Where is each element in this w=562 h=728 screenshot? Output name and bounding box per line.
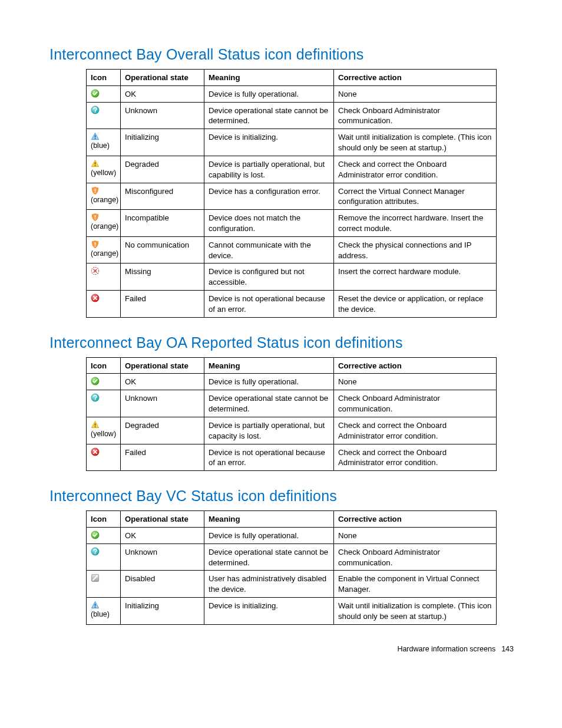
cell-action: Correct the Virtual Connect Manager conf… — [334, 183, 497, 210]
icon-cell — [87, 291, 121, 318]
cell-meaning: Cannot communicate with the device. — [204, 236, 334, 263]
table-row: (yellow)DegradedDevice is partially oper… — [87, 156, 497, 183]
icon-cell: (yellow) — [87, 156, 121, 183]
cell-meaning: Device is initializing. — [204, 129, 334, 156]
icon-cell — [87, 85, 121, 102]
cell-meaning: Device is fully operational. — [204, 85, 334, 102]
cell-meaning: Device has a configuration error. — [204, 183, 334, 210]
icon-color-note: (blue) — [91, 141, 117, 151]
cell-action: Check Onboard Administrator communicatio… — [334, 102, 497, 129]
warn-yellow-icon — [91, 159, 117, 168]
unknown-icon — [91, 547, 117, 556]
cell-action: Check the physical connections and IP ad… — [334, 236, 497, 263]
oa-status-table: Icon Operational state Meaning Correctiv… — [86, 357, 497, 472]
table-row: UnknownDevice operational state cannot b… — [87, 390, 497, 417]
cell-meaning: Device does not match the configuration. — [204, 210, 334, 237]
col-state: Operational state — [121, 511, 204, 528]
icon-color-note: (yellow) — [91, 168, 117, 178]
overall-status-table: Icon Operational state Meaning Correctiv… — [86, 69, 497, 318]
icon-cell: (yellow) — [87, 417, 121, 444]
table-row: (blue)InitializingDevice is initializing… — [87, 129, 497, 156]
cell-meaning: Device is not operational because of an … — [204, 291, 334, 318]
failed-icon — [91, 447, 117, 456]
cell-action: Remove the incorrect hardware. Insert th… — [334, 210, 497, 237]
cell-meaning: Device is not operational because of an … — [204, 444, 334, 471]
icon-cell — [87, 390, 121, 417]
col-action: Corrective action — [334, 70, 497, 86]
cell-meaning: Device operational state cannot be deter… — [204, 102, 334, 129]
table-row: UnknownDevice operational state cannot b… — [87, 102, 497, 129]
cell-state: Unknown — [121, 102, 204, 129]
cell-action: Check and correct the Onboard Administra… — [334, 156, 497, 183]
table-row: (orange)No communicationCannot communica… — [87, 236, 497, 263]
warn-blue-icon — [91, 601, 117, 610]
cell-action: Insert the correct hardware module. — [334, 263, 497, 291]
cell-action: None — [334, 527, 497, 543]
section-heading: Interconnect Bay Overall Status icon def… — [49, 46, 515, 63]
failed-icon — [91, 294, 117, 302]
cell-action: Wait until initialization is complete. (… — [334, 598, 497, 625]
icon-cell — [87, 527, 121, 543]
cell-meaning: Device is partially operational, but cap… — [204, 417, 334, 444]
cell-action: Check and correct the Onboard Administra… — [334, 417, 497, 444]
icon-color-note: (yellow) — [91, 429, 117, 439]
icon-color-note: (orange) — [91, 195, 117, 205]
shield-icon — [91, 213, 117, 222]
table-row: (yellow)DegradedDevice is partially oper… — [87, 417, 497, 444]
cell-action: Wait until initialization is complete. (… — [334, 129, 497, 156]
cell-state: Incompatible — [121, 210, 204, 237]
icon-cell — [87, 102, 121, 129]
icon-cell: (orange) — [87, 183, 121, 210]
icon-cell: (orange) — [87, 236, 121, 263]
icon-cell — [87, 571, 121, 598]
section-heading: Interconnect Bay VC Status icon definiti… — [49, 487, 515, 505]
icon-cell: (blue) — [87, 129, 121, 156]
table-row: DisabledUser has administratively disabl… — [87, 571, 497, 598]
unknown-icon — [91, 106, 117, 114]
shield-icon — [91, 240, 117, 249]
col-state: Operational state — [121, 357, 204, 374]
table-row: UnknownDevice operational state cannot b… — [87, 543, 497, 571]
cell-state: Disabled — [121, 571, 204, 598]
cell-meaning: Device is fully operational. — [204, 374, 334, 390]
table-row: FailedDevice is not operational because … — [87, 291, 497, 318]
cell-action: Check Onboard Administrator communicatio… — [334, 543, 497, 571]
cell-action: Enable the component in Virtual Connect … — [334, 571, 497, 598]
cell-meaning: User has administratively disabled the d… — [204, 571, 334, 598]
page: Interconnect Bay Overall Status icon def… — [0, 0, 562, 677]
cell-state: Failed — [121, 291, 204, 318]
ok-icon — [91, 89, 117, 98]
cell-state: No communication — [121, 236, 204, 263]
cell-state: OK — [121, 85, 204, 102]
col-mean: Meaning — [204, 70, 334, 86]
icon-cell — [87, 263, 121, 291]
table-row: FailedDevice is not operational because … — [87, 444, 497, 471]
table-row: (orange)MisconfiguredDevice has a config… — [87, 183, 497, 210]
cell-state: Failed — [121, 444, 204, 471]
table-row: OKDevice is fully operational.None — [87, 85, 497, 102]
icon-color-note: (orange) — [91, 249, 117, 259]
cell-state: Initializing — [121, 598, 204, 625]
cell-meaning: Device is initializing. — [204, 598, 334, 625]
icon-cell — [87, 374, 121, 390]
footer-section: Hardware information screens — [397, 645, 495, 653]
unknown-icon — [91, 393, 117, 402]
missing-icon — [91, 266, 117, 275]
col-icon: Icon — [87, 70, 121, 86]
col-action: Corrective action — [334, 357, 497, 374]
warn-blue-icon — [91, 132, 117, 141]
footer-page: 143 — [501, 645, 514, 653]
icon-color-note: (orange) — [91, 222, 117, 232]
table-row: MissingDevice is configured but not acce… — [87, 263, 497, 291]
cell-state: Unknown — [121, 543, 204, 571]
section-heading: Interconnect Bay OA Reported Status icon… — [49, 334, 515, 351]
shield-icon — [91, 186, 117, 195]
oa-status-tbody: OKDevice is fully operational.NoneUnknow… — [87, 374, 497, 471]
cell-state: Degraded — [121, 156, 204, 183]
warn-yellow-icon — [91, 420, 117, 429]
col-icon: Icon — [87, 511, 121, 528]
ok-icon — [91, 377, 117, 386]
col-mean: Meaning — [204, 511, 334, 528]
cell-state: Unknown — [121, 390, 204, 417]
cell-meaning: Device is fully operational. — [204, 527, 334, 543]
